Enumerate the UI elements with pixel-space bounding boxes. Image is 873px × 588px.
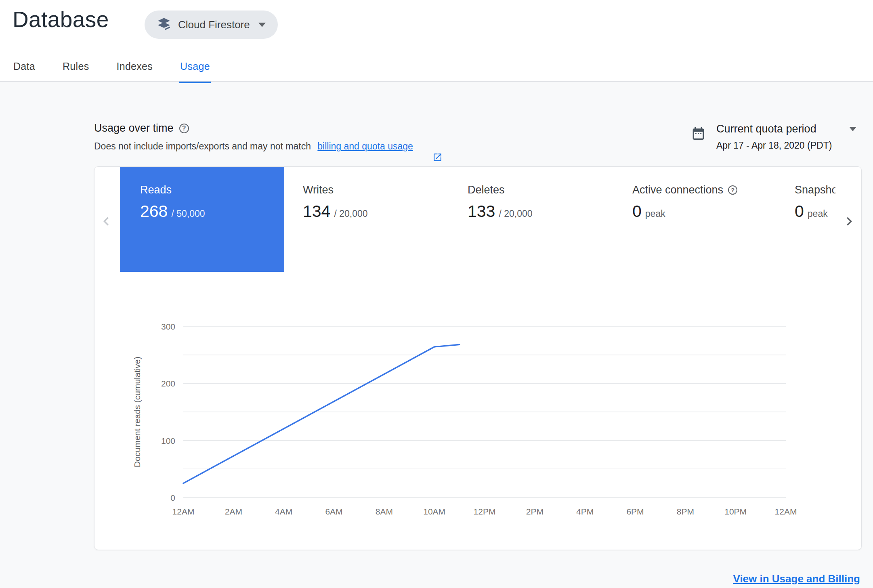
svg-text:4AM: 4AM: [275, 507, 292, 516]
page-title: Database: [13, 6, 109, 32]
usage-line-chart: 010020030012AM2AM4AM6AM8AM10AM12PM2PM4PM…: [127, 318, 813, 520]
metric-value-row: 134 / 20,000: [303, 202, 368, 221]
metric-label: Snapshots: [795, 184, 835, 196]
metric-value: 133: [468, 202, 495, 221]
tab-data[interactable]: Data: [13, 57, 36, 83]
metric-value: 0: [632, 202, 642, 221]
svg-text:Document reads (cumulative): Document reads (cumulative): [132, 357, 142, 467]
metric-reads[interactable]: Reads 268 / 50,000: [120, 167, 284, 272]
product-selector-label: Cloud Firestore: [178, 19, 250, 31]
usage-section-header: Usage over time: [94, 122, 189, 134]
svg-text:6AM: 6AM: [325, 507, 342, 516]
usage-description: Does not include imports/exports and may…: [94, 141, 427, 152]
svg-text:12AM: 12AM: [775, 507, 797, 516]
external-link-icon: [417, 141, 427, 151]
usage-card: Reads 268 / 50,000 Writes 134 / 20,000 D…: [94, 166, 862, 550]
cloud-firestore-icon: [157, 17, 171, 32]
svg-text:2PM: 2PM: [526, 507, 544, 516]
metric-writes[interactable]: Writes 134 / 20,000: [303, 167, 368, 221]
svg-text:4PM: 4PM: [576, 507, 594, 516]
firestore-database-page: Database Cloud Firestore Data Rules Inde…: [0, 0, 873, 588]
tab-usage[interactable]: Usage: [179, 57, 211, 83]
metric-value-row: 0 peak: [632, 202, 737, 221]
metric-value-row: 268 / 50,000: [140, 202, 284, 221]
metric-suffix: / 20,000: [334, 208, 367, 219]
metric-suffix: peak: [808, 208, 828, 219]
view-usage-billing-link[interactable]: View in Usage and Billing: [733, 573, 860, 585]
metric-value: 0: [795, 202, 804, 221]
metric-active-connections[interactable]: Active connections 0 peak: [632, 167, 737, 221]
metric-deletes[interactable]: Deletes 133 / 20,000: [468, 167, 533, 221]
svg-text:12PM: 12PM: [474, 507, 496, 516]
metric-label: Active connections: [632, 184, 737, 196]
tab-rules[interactable]: Rules: [62, 57, 90, 83]
chevron-down-icon: [849, 127, 856, 131]
metric-label: Reads: [140, 184, 284, 196]
metric-suffix: / 20,000: [499, 208, 532, 219]
quota-period-texts: Current quota period Apr 17 - Apr 18, 20…: [716, 123, 856, 151]
quota-period-label: Current quota period: [716, 123, 816, 135]
svg-text:200: 200: [161, 379, 175, 388]
quota-period-block: Current quota period Apr 17 - Apr 18, 20…: [691, 123, 856, 151]
svg-text:2AM: 2AM: [225, 507, 242, 516]
metrics-carousel: Reads 268 / 50,000 Writes 134 / 20,000 D…: [94, 167, 835, 277]
footer-link-row: View in Usage and Billing: [733, 573, 860, 585]
metric-label-text: Active connections: [632, 184, 723, 196]
help-icon[interactable]: [728, 185, 737, 195]
tab-bar: Data Rules Indexes Usage: [13, 57, 211, 83]
svg-text:8PM: 8PM: [677, 507, 694, 516]
quota-period-range: Apr 17 - Apr 18, 2020 (PDT): [716, 140, 856, 151]
usage-over-time-heading: Usage over time: [94, 122, 174, 134]
metric-suffix: peak: [645, 208, 665, 219]
svg-text:0: 0: [170, 493, 175, 502]
svg-text:10PM: 10PM: [724, 507, 747, 516]
usage-description-text: Does not include imports/exports and may…: [94, 141, 313, 152]
metric-value: 268: [140, 202, 168, 221]
billing-quota-usage-link[interactable]: billing and quota usage: [317, 141, 413, 152]
calendar-icon: [691, 126, 706, 141]
metric-suffix: / 50,000: [171, 208, 205, 219]
svg-text:8AM: 8AM: [376, 507, 393, 516]
product-selector[interactable]: Cloud Firestore: [145, 10, 278, 39]
svg-text:100: 100: [161, 436, 175, 445]
metric-label: Writes: [303, 184, 368, 196]
chevron-down-icon: [258, 23, 266, 27]
metric-label: Deletes: [468, 184, 533, 196]
metric-snapshots[interactable]: Snapshots 0 peak: [795, 167, 835, 221]
svg-text:6PM: 6PM: [626, 507, 644, 516]
svg-text:12AM: 12AM: [172, 507, 195, 516]
quota-period-selector[interactable]: Current quota period: [716, 123, 856, 135]
help-icon[interactable]: [179, 124, 189, 133]
carousel-prev-button[interactable]: [98, 213, 115, 230]
carousel-next-button[interactable]: [841, 213, 858, 230]
metric-value-row: 0 peak: [795, 202, 835, 221]
svg-text:10AM: 10AM: [423, 507, 445, 516]
tab-bar-divider: [0, 81, 873, 82]
tab-indexes[interactable]: Indexes: [115, 57, 153, 83]
metric-value-row: 133 / 20,000: [468, 202, 533, 221]
metric-value: 134: [303, 202, 330, 221]
svg-text:300: 300: [161, 322, 175, 331]
